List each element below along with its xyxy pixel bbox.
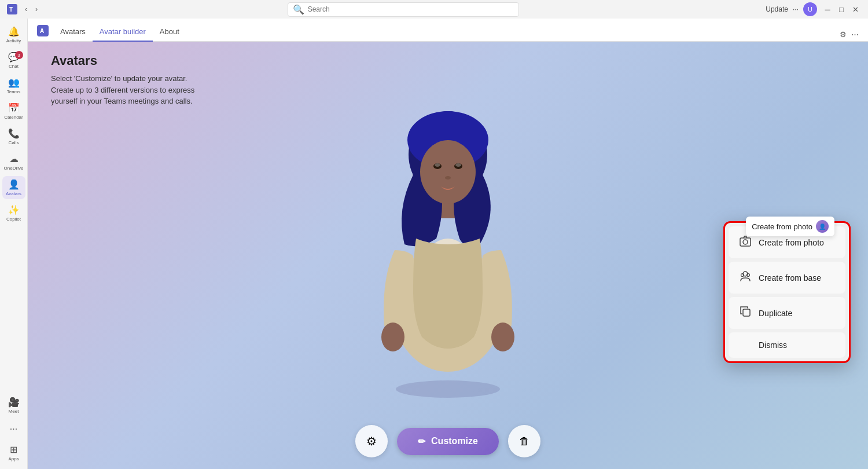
search-input[interactable] <box>308 5 514 13</box>
svg-point-13 <box>435 163 440 167</box>
calendar-icon: 📅 <box>8 102 20 113</box>
duplicate-icon <box>739 305 752 321</box>
sidebar-avatars-label: Avatars <box>6 191 21 196</box>
svg-text:A: A <box>40 28 44 34</box>
sidebar-item-label: Activity <box>6 38 21 43</box>
menu-item-dismiss-label: Dismiss <box>759 340 787 350</box>
sidebar-item-activity[interactable]: 🔔 Activity <box>2 23 25 46</box>
delete-icon: 🗑 <box>519 435 529 448</box>
avatar-svg <box>355 59 540 406</box>
title-bar-left: T ‹ › <box>7 4 41 14</box>
more-icon: ··· <box>793 5 799 13</box>
maximize-button[interactable]: □ <box>836 3 847 15</box>
tab-about[interactable]: About <box>153 23 186 42</box>
description-line2: Create up to 3 different versions to exp… <box>51 85 194 96</box>
avatars-icon: 👤 <box>8 179 20 190</box>
title-bar: T ‹ › 🔍 Update ··· U ─ □ ✕ <box>0 0 868 19</box>
svg-point-14 <box>455 163 461 167</box>
tab-avatar-builder-label: Avatar builder <box>100 27 146 36</box>
page-description: Select 'Customize' to update your avatar… <box>51 73 194 107</box>
calls-icon: 📞 <box>8 128 20 139</box>
svg-point-18 <box>396 380 500 398</box>
title-bar-right: Update ··· U ─ □ ✕ <box>766 2 861 16</box>
svg-rect-24 <box>743 309 750 316</box>
search-icon: 🔍 <box>293 4 304 15</box>
apps-icon: ⊞ <box>10 444 17 455</box>
teams-icon: 👥 <box>8 77 20 88</box>
tab-avatars[interactable]: Avatars <box>53 23 93 42</box>
teams-logo-icon: T <box>7 4 17 14</box>
title-bar-nav: ‹ › <box>22 4 41 14</box>
main-content: Avatars Select 'Customize' to update you… <box>28 42 868 469</box>
svg-point-16 <box>381 323 404 351</box>
menu-item-dismiss[interactable]: Dismiss <box>729 332 845 358</box>
svg-point-20 <box>743 240 748 244</box>
tab-bar-icons: ⚙ ⋯ <box>840 30 859 39</box>
menu-item-create-from-base-label: Create from base <box>759 273 821 283</box>
user-avatar[interactable]: U <box>803 2 817 16</box>
chat-badge: 3 <box>15 51 23 59</box>
tab-about-label: About <box>160 27 179 36</box>
svg-point-17 <box>491 323 514 351</box>
sidebar-chat-label: Chat <box>9 64 19 69</box>
close-button[interactable]: ✕ <box>849 3 861 15</box>
more-apps-button[interactable]: ··· <box>5 419 22 439</box>
svg-text:T: T <box>9 6 13 13</box>
context-menu: Create from photo Create from base <box>723 221 851 363</box>
app-tab-icon: A <box>37 25 49 36</box>
sidebar-item-meet[interactable]: 🎥 Meet <box>2 394 25 417</box>
svg-rect-19 <box>740 238 751 246</box>
sidebar-item-onedrive[interactable]: ☁ OneDrive <box>2 151 25 174</box>
update-label: Update <box>766 5 788 13</box>
description-line3: yourself in your Teams meetings and call… <box>51 96 194 107</box>
context-menu-tooltip: Create from photo 👤 <box>746 217 834 236</box>
sidebar-item-calendar[interactable]: 📅 Calendar <box>2 100 25 123</box>
sidebar-item-teams[interactable]: 👥 Teams <box>2 74 25 97</box>
sidebar-teams-label: Teams <box>7 89 21 94</box>
sidebar-item-apps[interactable]: ⊞ Apps <box>2 441 25 464</box>
sidebar-item-chat[interactable]: 💬 3 Chat <box>2 49 25 72</box>
menu-item-create-from-photo-label: Create from photo <box>759 238 824 247</box>
customize-label: Customize <box>431 436 478 446</box>
sidebar: 🔔 Activity 💬 3 Chat 👥 Teams 📅 Calendar 📞… <box>0 19 28 469</box>
page-header: Avatars Select 'Customize' to update you… <box>51 53 194 107</box>
tab-icon-settings[interactable]: ⚙ <box>840 30 847 39</box>
nav-forward-button[interactable]: › <box>32 4 41 14</box>
tab-bar: A Avatars Avatar builder About ⚙ ⋯ <box>28 19 868 42</box>
page-title: Avatars <box>51 53 194 68</box>
tooltip-avatar-chip: 👤 <box>816 220 829 233</box>
bottom-bar: ⚙ ✏ Customize 🗑 <box>28 425 868 457</box>
tab-avatars-label: Avatars <box>60 27 86 36</box>
content-area: A Avatars Avatar builder About ⚙ ⋯ Avata… <box>28 19 868 469</box>
nav-back-button[interactable]: ‹ <box>22 4 30 14</box>
tooltip-text: Create from photo <box>752 222 812 231</box>
svg-point-15 <box>445 176 451 179</box>
settings-button[interactable]: ⚙ <box>355 425 388 457</box>
avatar-figure <box>355 59 540 406</box>
minimize-button[interactable]: ─ <box>822 3 833 15</box>
pencil-icon: ✏ <box>418 436 425 447</box>
search-bar[interactable]: 🔍 <box>288 2 519 17</box>
settings-icon: ⚙ <box>366 434 377 448</box>
delete-button[interactable]: 🗑 <box>508 425 540 457</box>
sidebar-calendar-label: Calendar <box>4 115 23 120</box>
window-controls: ─ □ ✕ <box>822 3 861 15</box>
sidebar-apps-label: Apps <box>8 456 19 461</box>
sidebar-item-copilot[interactable]: ✨ Copilot <box>2 201 25 225</box>
copilot-icon: ✨ <box>8 204 20 215</box>
description-line1: Select 'Customize' to update your avatar… <box>51 73 194 85</box>
tab-avatar-builder[interactable]: Avatar builder <box>93 23 153 42</box>
sidebar-copilot-label: Copilot <box>6 217 21 222</box>
sidebar-calls-label: Calls <box>9 140 19 145</box>
sidebar-item-avatars[interactable]: 👤 Avatars <box>2 176 25 199</box>
sidebar-onedrive-label: OneDrive <box>4 166 24 171</box>
tab-icon-more[interactable]: ⋯ <box>851 30 859 39</box>
svg-point-10 <box>420 140 476 204</box>
app-layout: 🔔 Activity 💬 3 Chat 👥 Teams 📅 Calendar 📞… <box>0 19 868 469</box>
menu-item-duplicate[interactable]: Duplicate <box>729 297 845 329</box>
meet-icon: 🎥 <box>8 397 20 408</box>
camera-icon <box>739 235 752 250</box>
sidebar-item-calls[interactable]: 📞 Calls <box>2 125 25 148</box>
menu-item-create-from-base[interactable]: Create from base <box>729 262 845 294</box>
customize-button[interactable]: ✏ Customize <box>397 428 499 455</box>
